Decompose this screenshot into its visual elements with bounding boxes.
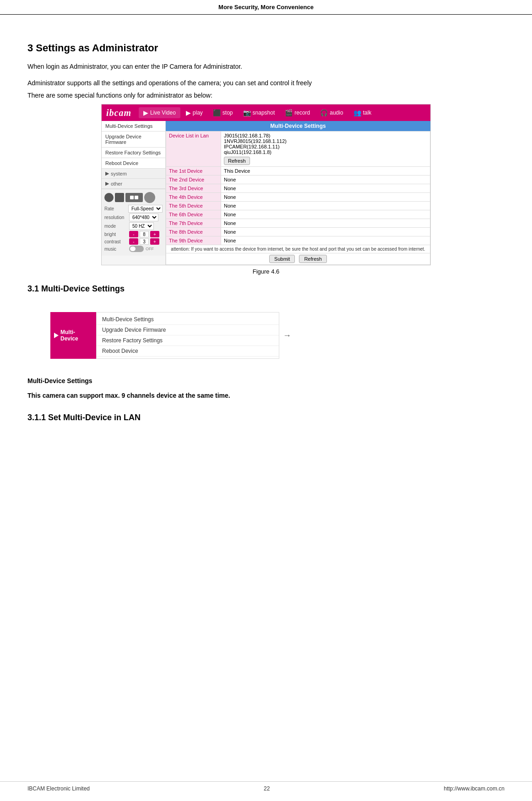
cam-sidebar: Multi-Device Settings Upgrade Device Fir… bbox=[102, 121, 166, 265]
table-row: The 7th Device None bbox=[166, 219, 430, 228]
contrast-plus[interactable]: + bbox=[150, 238, 159, 245]
table-row: The 4th Device None bbox=[166, 193, 430, 202]
cam-topbar: ibcam ▶ Live Video ▶ play ⬛ stop 📷 snaps… bbox=[102, 104, 430, 121]
menu-item-multi-device[interactable]: Multi-Device Settings bbox=[97, 314, 279, 325]
bright-plus[interactable]: + bbox=[150, 231, 159, 237]
play-icon: ▶ bbox=[143, 109, 148, 116]
cam-multi-btn[interactable] bbox=[125, 193, 143, 202]
device2-value: None bbox=[221, 176, 430, 184]
lan-devices: J9015(192.168.1.78) 1NVRJ8015(192.168.1.… bbox=[221, 132, 430, 167]
camera-icon: 📷 bbox=[243, 109, 251, 116]
menu-left-panel: Multi-Device bbox=[50, 312, 96, 359]
device7-label: The 7th Device bbox=[166, 219, 221, 228]
intro-text-1: When login as Administrator, you can ent… bbox=[27, 61, 505, 71]
multi-device-table: Device List in Lan J9015(192.168.1.78) 1… bbox=[166, 131, 430, 265]
bright-minus[interactable]: - bbox=[129, 231, 138, 237]
talk-icon: 👥 bbox=[353, 109, 361, 116]
music-toggle[interactable] bbox=[129, 246, 144, 252]
refresh-lan-btn[interactable]: Refresh bbox=[224, 157, 250, 165]
sidebar-multi-device[interactable]: Multi-Device Settings bbox=[102, 121, 165, 132]
table-row: The 5th Device None bbox=[166, 202, 430, 210]
menu-item-upgrade-firmware[interactable]: Upgrade Device Firmware bbox=[97, 325, 279, 335]
music-toggle-knob bbox=[130, 247, 136, 251]
menu-item-restore-factory[interactable]: Restore Factory Settings bbox=[97, 335, 279, 346]
menu-item-reboot-device[interactable]: Reboot Device bbox=[97, 346, 279, 357]
device1-value: This Device bbox=[221, 167, 430, 176]
contrast-row: contrast - 3 + bbox=[104, 238, 163, 245]
figure46-screenshot: ibcam ▶ Live Video ▶ play ⬛ stop 📷 snaps… bbox=[101, 104, 431, 265]
snapshot-btn[interactable]: 📷 snapshot bbox=[239, 107, 280, 118]
header-title: More Security, More Convenience bbox=[218, 4, 314, 11]
bold-camera-support: This camera can support max. 9 channels … bbox=[27, 392, 505, 399]
lan-row: Device List in Lan J9015(192.168.1.78) 1… bbox=[166, 132, 430, 167]
device6-value: None bbox=[221, 210, 430, 219]
cam-right-panel: Multi-Device Settings Device List in Lan… bbox=[166, 121, 430, 265]
mode-select[interactable]: 50 HZ bbox=[129, 222, 154, 230]
action-row: Submit Refresh bbox=[166, 253, 430, 265]
refresh-btn2[interactable]: Refresh bbox=[299, 255, 327, 263]
device7-value: None bbox=[221, 219, 430, 228]
audio-btn[interactable]: 🎧 audio bbox=[315, 107, 347, 118]
mode-row: mode 50 HZ bbox=[104, 222, 163, 230]
cam-round-btn1[interactable] bbox=[104, 193, 114, 202]
bright-value: 8 bbox=[140, 231, 149, 237]
submit-btn[interactable]: Submit bbox=[269, 255, 295, 263]
device3-label: The 3rd Device bbox=[166, 184, 221, 193]
figure46-caption: Figure 4.6 bbox=[27, 268, 505, 275]
footer-center: 22 bbox=[264, 785, 270, 792]
device9-value: None bbox=[221, 236, 430, 245]
contrast-adjust: - 3 + bbox=[129, 238, 159, 245]
cam-large-round[interactable] bbox=[144, 192, 155, 203]
record-btn[interactable]: 🎬 record bbox=[280, 107, 315, 118]
footer-right: http://www.ibcam.com.cn bbox=[444, 785, 505, 792]
table-row: The 9th Device None bbox=[166, 236, 430, 245]
page-footer: IBCAM Electronic Limited 22 http://www.i… bbox=[0, 781, 532, 792]
arrow-right-icon: ▶ bbox=[105, 170, 109, 176]
rate-select[interactable]: Full-Speed bbox=[128, 205, 163, 213]
table-row: The 6th Device None bbox=[166, 210, 430, 219]
cam-main: Multi-Device Settings Upgrade Device Fir… bbox=[102, 121, 430, 265]
page-content: 3 Settings as Administrator When login a… bbox=[0, 42, 532, 422]
intro-text-2: Administrator supports all the settings … bbox=[27, 78, 505, 88]
talk-btn[interactable]: 👥 talk bbox=[349, 107, 376, 118]
bright-adjust: - 8 + bbox=[129, 231, 159, 237]
device6-label: The 6th Device bbox=[166, 210, 221, 219]
device8-value: None bbox=[221, 228, 430, 236]
multi-device-header: Multi-Device Settings bbox=[166, 121, 430, 131]
multi-device-menu-btn[interactable]: Multi-Device bbox=[50, 325, 96, 346]
bold-multi-device-settings: Multi-Device Settings bbox=[27, 377, 505, 384]
device5-value: None bbox=[221, 202, 430, 210]
multi-device-label: Multi-Device bbox=[60, 329, 92, 342]
device8-label: The 8th Device bbox=[166, 228, 221, 236]
live-video-btn[interactable]: ▶ Live Video bbox=[139, 107, 180, 118]
contrast-minus[interactable]: - bbox=[129, 238, 138, 245]
device4-value: None bbox=[221, 193, 430, 202]
resolution-select[interactable]: 640*480 bbox=[129, 214, 158, 221]
table-row: The 8th Device None bbox=[166, 228, 430, 236]
device9-label: The 9th Device bbox=[166, 236, 221, 245]
table-row: The 2nd Device None bbox=[166, 176, 430, 184]
sidebar-reboot-device[interactable]: Reboot Device bbox=[102, 158, 165, 169]
menu-right-panel: Multi-Device Settings Upgrade Device Fir… bbox=[96, 312, 279, 359]
device4-label: The 4th Device bbox=[166, 193, 221, 202]
section31-title: 3.1 Multi-Device Settings bbox=[27, 284, 505, 294]
sidebar-restore-factory[interactable]: Restore Factory Settings bbox=[102, 148, 165, 158]
play-btn[interactable]: ▶ play bbox=[181, 107, 207, 118]
section311-title: 3.1.1 Set Multi-Device in LAN bbox=[27, 413, 505, 422]
record-icon: 🎬 bbox=[285, 109, 293, 116]
sidebar-system-section[interactable]: ▶ system bbox=[102, 169, 165, 179]
device3-value: None bbox=[221, 184, 430, 193]
sidebar-other-section[interactable]: ▶ other bbox=[102, 179, 165, 189]
audio-icon: 🎧 bbox=[320, 109, 328, 116]
play-nav-icon: ▶ bbox=[186, 109, 191, 116]
menu-screenshot: Multi-Device Multi-Device Settings Upgra… bbox=[50, 312, 279, 359]
rate-row: Rate Full-Speed bbox=[104, 205, 163, 213]
lan-label: Device List in Lan bbox=[166, 132, 221, 167]
stop-btn[interactable]: ⬛ stop bbox=[208, 107, 238, 118]
cam-sq-btn1[interactable] bbox=[115, 193, 124, 202]
intro-text-3: There are some special functions only fo… bbox=[27, 90, 505, 100]
device5-label: The 5th Device bbox=[166, 202, 221, 210]
section3-title: 3 Settings as Administrator bbox=[27, 42, 505, 54]
cam-logo: ibcam bbox=[106, 108, 131, 118]
sidebar-upgrade-firmware[interactable]: Upgrade Device Firmware bbox=[102, 132, 165, 148]
